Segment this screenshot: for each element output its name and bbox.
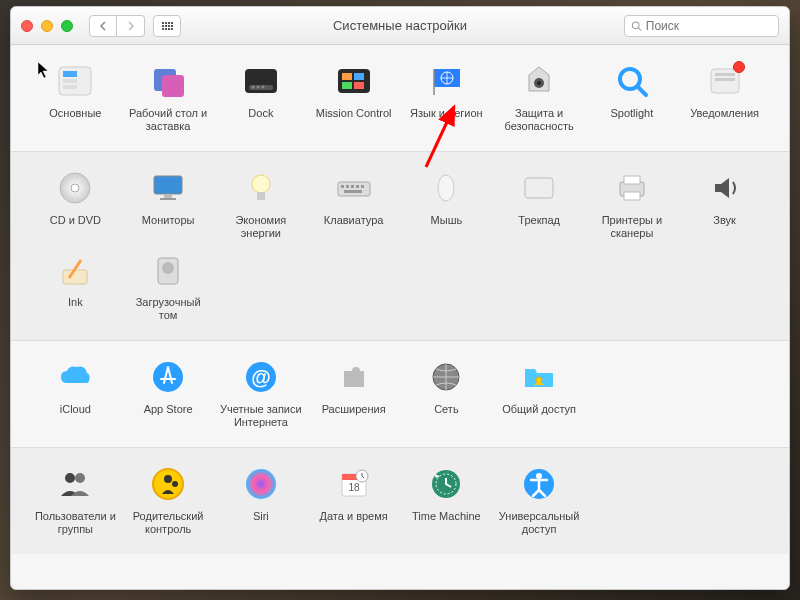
svg-rect-40 <box>361 185 364 188</box>
pref-label: Экономия энергии <box>218 214 304 240</box>
folder-icon <box>519 357 559 397</box>
pref-language-region[interactable]: Язык и регион <box>400 59 493 133</box>
pref-notifications[interactable]: Уведомления <box>678 59 771 133</box>
svg-rect-35 <box>338 182 370 196</box>
pref-printers[interactable]: Принтеры и сканеры <box>586 166 679 240</box>
pref-trackpad[interactable]: Трекпад <box>493 166 586 240</box>
ink-icon <box>55 250 95 290</box>
notification-badge-icon <box>733 61 745 73</box>
svg-rect-17 <box>354 82 364 89</box>
pref-label: Пользователи и группы <box>32 510 118 536</box>
pref-timemachine[interactable]: Time Machine <box>400 462 493 536</box>
pref-mission-control[interactable]: Mission Control <box>307 59 400 133</box>
forward-button[interactable] <box>117 15 145 37</box>
section-internet: iCloud App Store @ Учетные записи Интерн… <box>11 341 789 448</box>
svg-rect-39 <box>356 185 359 188</box>
pref-users[interactable]: Пользователи и группы <box>29 462 122 536</box>
pref-desktop[interactable]: Рабочий стол и заставка <box>122 59 215 133</box>
pref-sound[interactable]: Звук <box>678 166 771 240</box>
svg-rect-13 <box>338 69 370 93</box>
pref-extensions[interactable]: Расширения <box>307 355 400 429</box>
pref-keyboard[interactable]: Клавиатура <box>307 166 400 240</box>
close-button[interactable] <box>21 20 33 32</box>
svg-point-56 <box>75 473 85 483</box>
pref-label: Язык и регион <box>410 107 483 133</box>
pref-label: Siri <box>253 510 269 536</box>
parental-icon <box>148 464 188 504</box>
hdd-icon <box>148 250 188 290</box>
svg-rect-45 <box>624 176 640 184</box>
pref-mouse[interactable]: Мышь <box>400 166 493 240</box>
calendar-icon: 18 <box>334 464 374 504</box>
pref-dock[interactable]: Dock <box>215 59 308 133</box>
cloud-icon <box>55 357 95 397</box>
printer-icon <box>612 168 652 208</box>
pref-spotlight[interactable]: Spotlight <box>586 59 679 133</box>
display-icon <box>148 168 188 208</box>
pref-security[interactable]: Защита и безопасность <box>493 59 586 133</box>
globe-icon <box>426 357 466 397</box>
pref-startup-disk[interactable]: Загрузочный том <box>122 248 215 322</box>
svg-rect-4 <box>63 79 77 83</box>
grid-icon <box>162 22 173 30</box>
svg-rect-46 <box>624 192 640 200</box>
svg-point-59 <box>172 481 178 487</box>
show-all-button[interactable] <box>153 15 181 37</box>
search-icon <box>631 20 642 32</box>
pref-label: Time Machine <box>412 510 481 536</box>
svg-rect-16 <box>342 82 352 89</box>
section-hardware: CD и DVD Мониторы Экономия энергии Клави… <box>11 152 789 341</box>
maximize-button[interactable] <box>61 20 73 32</box>
at-icon: @ <box>241 357 281 397</box>
svg-rect-14 <box>342 73 352 80</box>
pref-energy[interactable]: Экономия энергии <box>215 166 308 240</box>
pref-label: Dock <box>248 107 273 133</box>
svg-rect-3 <box>63 71 77 77</box>
pref-label: Общий доступ <box>502 403 576 429</box>
window-controls <box>21 20 73 32</box>
keyboard-icon <box>334 168 374 208</box>
timemachine-icon <box>426 464 466 504</box>
svg-rect-37 <box>346 185 349 188</box>
svg-rect-30 <box>154 176 182 194</box>
system-preferences-window: Системные настройки Основные Рабочий сто… <box>10 6 790 590</box>
siri-icon <box>241 464 281 504</box>
svg-point-60 <box>246 469 276 499</box>
pref-displays[interactable]: Мониторы <box>122 166 215 240</box>
preference-panes: Основные Рабочий стол и заставка Dock Mi… <box>11 45 789 589</box>
pref-general[interactable]: Основные <box>29 59 122 133</box>
security-icon <box>519 61 559 101</box>
pref-datetime[interactable]: 18 Дата и время <box>307 462 400 536</box>
pref-cd-dvd[interactable]: CD и DVD <box>29 166 122 240</box>
svg-point-49 <box>162 262 174 274</box>
puzzle-icon <box>334 357 374 397</box>
titlebar: Системные настройки <box>11 7 789 45</box>
minimize-button[interactable] <box>41 20 53 32</box>
pref-accessibility[interactable]: Универсальный доступ <box>493 462 586 536</box>
trackpad-icon <box>519 168 559 208</box>
pref-sharing[interactable]: Общий доступ <box>493 355 586 429</box>
pref-label: App Store <box>144 403 193 429</box>
svg-rect-43 <box>525 178 553 198</box>
pref-appstore[interactable]: App Store <box>122 355 215 429</box>
pref-ink[interactable]: Ink <box>29 248 122 322</box>
pref-network[interactable]: Сеть <box>400 355 493 429</box>
users-icon <box>55 464 95 504</box>
svg-rect-38 <box>351 185 354 188</box>
mouse-icon <box>426 168 466 208</box>
search-field[interactable] <box>624 15 779 37</box>
pref-parental[interactable]: Родительский контроль <box>122 462 215 536</box>
general-icon <box>55 61 95 101</box>
disc-icon <box>55 168 95 208</box>
pref-icloud[interactable]: iCloud <box>29 355 122 429</box>
pref-label: Загрузочный том <box>125 296 211 322</box>
svg-rect-36 <box>341 185 344 188</box>
search-input[interactable] <box>646 19 772 33</box>
bulb-icon <box>241 168 281 208</box>
pref-internet-accounts[interactable]: @ Учетные записи Интернета <box>215 355 308 429</box>
svg-point-12 <box>261 86 264 89</box>
pref-label: iCloud <box>60 403 91 429</box>
back-button[interactable] <box>89 15 117 37</box>
pref-siri[interactable]: Siri <box>215 462 308 536</box>
desktop-icon <box>148 61 188 101</box>
